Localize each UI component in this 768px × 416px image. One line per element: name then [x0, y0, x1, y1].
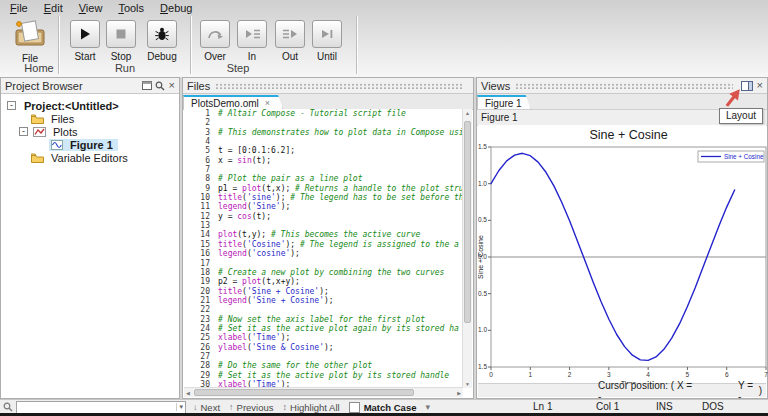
- line-number: 6: [184, 156, 218, 165]
- tab-figure1[interactable]: Figure 1: [477, 95, 531, 109]
- svg-text:4: 4: [646, 371, 650, 378]
- code-token: t = [0:0.1:6.2];: [218, 146, 295, 155]
- search-icon[interactable]: [155, 81, 165, 91]
- tree-item-variable-editors[interactable]: Variable Editors: [1, 151, 179, 164]
- app-window: File Edit View Tools Debug File Home: [0, 0, 768, 416]
- group-label-home: Home: [9, 62, 69, 74]
- svg-text:7: 7: [764, 371, 768, 378]
- search-input[interactable]: [17, 403, 176, 412]
- menu-debug[interactable]: Debug: [152, 1, 200, 15]
- files-tab-bar: PlotsDemo.oml ×: [183, 94, 473, 110]
- drag-grip[interactable]: [215, 82, 464, 89]
- file-notebook-icon: [10, 18, 50, 50]
- code-token: # This becomes the active curve: [271, 230, 420, 239]
- group-separator: [190, 16, 191, 74]
- code-token: p1 =: [218, 184, 242, 193]
- code-token: 'sine': [247, 193, 276, 202]
- menu-file[interactable]: File: [2, 1, 36, 15]
- close-icon[interactable]: ×: [169, 81, 175, 90]
- annotation-arrow: [722, 86, 744, 114]
- status-column: Col 1: [596, 400, 619, 414]
- svg-text:6: 6: [725, 371, 729, 378]
- line-number: 4: [184, 137, 218, 146]
- line-number: 18: [184, 268, 218, 277]
- search-input-box[interactable]: ▾: [16, 401, 186, 414]
- menu-view[interactable]: View: [71, 1, 111, 15]
- code-token: 'Sine & Cosine': [252, 343, 324, 352]
- tree-item-label: Plots: [50, 126, 80, 138]
- views-panel-title: Views: [481, 80, 510, 92]
- line-number: 22: [184, 305, 218, 314]
- stop-icon: [106, 20, 136, 48]
- scroll-right-icon[interactable]: ▶: [457, 390, 461, 396]
- line-number: 26: [184, 343, 218, 352]
- code-token: );: [276, 193, 290, 202]
- figure-plot[interactable]: 01234567-1.5-1.0-0.50.00.51.01.5Sine + C…: [478, 125, 768, 387]
- cursor-position-bar: Cursor position: ( X = - Y = - ): [478, 383, 766, 397]
- code-token: y =: [218, 212, 237, 221]
- drag-grip[interactable]: [515, 82, 732, 89]
- project-browser-title: Project Browser: [5, 80, 83, 92]
- code-token: xlabel: [218, 333, 247, 342]
- scroll-up-icon[interactable]: ▲: [465, 110, 470, 116]
- editor-vertical-scrollbar[interactable]: ▲ ▼: [462, 109, 472, 388]
- code-token: # The legend has to be set before the: [290, 193, 463, 202]
- code-token: );: [285, 240, 299, 249]
- code-token: title: [218, 287, 242, 296]
- code-line: 29# Set it as the active plot by its sto…: [184, 371, 463, 380]
- line-number: 3: [184, 128, 218, 137]
- stop-button[interactable]: Stop: [99, 20, 143, 62]
- code-line: 28# Do the same for the other plot: [184, 361, 463, 370]
- scroll-left-icon[interactable]: ◀: [186, 390, 190, 396]
- files-panel-title: Files: [187, 80, 210, 92]
- svg-text:-1.0: -1.0: [478, 326, 487, 333]
- group-separator: [58, 16, 59, 74]
- svg-text:0.5: 0.5: [478, 216, 487, 223]
- close-icon[interactable]: ×: [757, 81, 763, 90]
- more-options-icon[interactable]: ▾: [425, 402, 433, 412]
- scroll-thumb[interactable]: [464, 121, 471, 323]
- tree-item-figure1[interactable]: Figure 1: [1, 138, 179, 151]
- arrow-updown-icon: ↕: [283, 402, 288, 412]
- previous-button[interactable]: ↑ Previous: [229, 402, 273, 413]
- next-label: Next: [201, 402, 221, 413]
- tree-item-plots[interactable]: - Plots: [1, 125, 179, 138]
- debug-button[interactable]: Debug: [140, 20, 184, 62]
- float-window-icon[interactable]: [142, 81, 152, 90]
- highlight-all-button[interactable]: ↕ Highlight All: [283, 402, 340, 413]
- collapse-icon[interactable]: -: [7, 101, 16, 110]
- code-token: # Set it as the active plot by its store…: [218, 371, 449, 380]
- tree-item-files[interactable]: Files: [1, 112, 179, 125]
- collapse-icon[interactable]: -: [19, 127, 28, 136]
- scroll-thumb[interactable]: [194, 389, 414, 396]
- scroll-down-icon[interactable]: ▼: [465, 381, 470, 387]
- plots-icon: [33, 127, 46, 137]
- code-token: # Plot the pair as a line plot: [218, 174, 363, 183]
- code-editor[interactable]: 1# Altair Compose - Tutorial script file…: [184, 109, 463, 388]
- code-line: 19p2 = plot(t,x+y);: [184, 277, 463, 286]
- line-number: 23: [184, 315, 218, 324]
- search-dropdown-icon[interactable]: ▾: [176, 403, 185, 411]
- editor-horizontal-scrollbar[interactable]: ◀ ▶: [184, 387, 463, 397]
- match-case-checkbox[interactable]: [349, 402, 360, 413]
- group-label-step: Step: [208, 62, 268, 74]
- tree-item-project[interactable]: - Project:<Untitled>: [1, 99, 179, 112]
- step-until-button[interactable]: Until: [305, 20, 349, 62]
- workspace: Project Browser × - Project:<Untitled>: [0, 77, 768, 399]
- menu-tools[interactable]: Tools: [110, 1, 152, 15]
- stop-button-label: Stop: [99, 51, 143, 62]
- figure-plot-area[interactable]: 01234567-1.5-1.0-0.50.00.51.01.5Sine + C…: [478, 125, 766, 387]
- next-button[interactable]: ↓ Next: [193, 402, 220, 413]
- code-token: # Returns a handle to the plot struct: [295, 184, 463, 193]
- code-line: 18# Create a new plot by combining the t…: [184, 268, 463, 277]
- bug-icon: [147, 20, 177, 48]
- tab-plotsdemo[interactable]: PlotsDemo.oml ×: [183, 95, 283, 109]
- menu-edit[interactable]: Edit: [36, 1, 71, 15]
- svg-text:Sine + Cosine: Sine + Cosine: [724, 153, 764, 160]
- file-button[interactable]: File: [8, 18, 52, 64]
- tab-close-icon[interactable]: ×: [265, 98, 270, 108]
- match-case-option[interactable]: Match Case: [349, 402, 417, 413]
- line-number: 21: [184, 296, 218, 305]
- svg-text:1.0: 1.0: [478, 180, 487, 187]
- code-token: legend: [218, 249, 247, 258]
